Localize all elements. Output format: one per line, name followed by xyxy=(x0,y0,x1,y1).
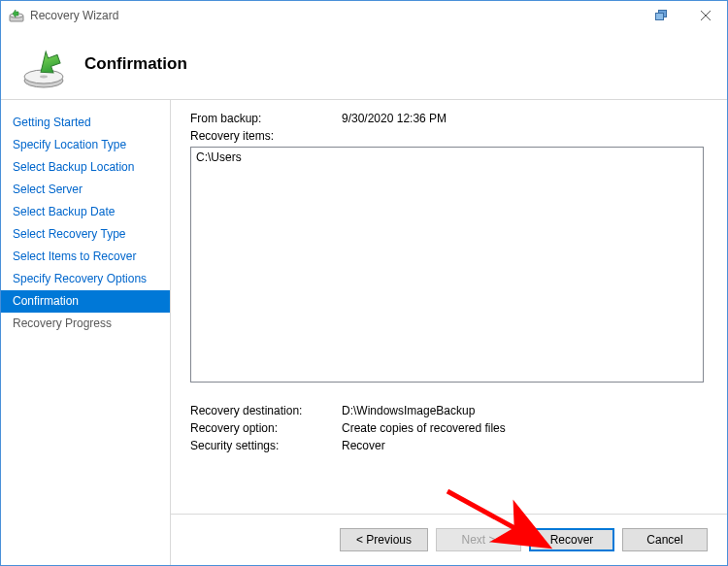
wizard-body: Getting StartedSpecify Location TypeSele… xyxy=(1,100,727,565)
titlebar: Recovery Wizard xyxy=(1,1,727,30)
svg-rect-3 xyxy=(655,14,663,20)
recovery-option-value: Create copies of recovered files xyxy=(342,421,708,435)
svg-point-8 xyxy=(40,75,48,78)
sidebar-step-4[interactable]: Select Backup Date xyxy=(1,201,170,223)
security-settings-label: Security settings: xyxy=(190,439,342,452)
recovery-wizard-window: Recovery Wizard xyxy=(0,0,728,566)
window-controls xyxy=(640,1,727,30)
sidebar-step-9: Recovery Progress xyxy=(1,313,170,335)
next-button: Next > xyxy=(436,528,521,551)
confirmation-panel: From backup: 9/30/2020 12:36 PM Recovery… xyxy=(171,100,727,565)
maximize-icon[interactable] xyxy=(640,1,683,30)
security-settings-value: Recover xyxy=(342,439,708,452)
sidebar-step-5[interactable]: Select Recovery Type xyxy=(1,223,170,246)
wizard-steps-sidebar: Getting StartedSpecify Location TypeSele… xyxy=(1,100,171,565)
recovery-icon xyxy=(20,44,67,90)
recovery-items-label: Recovery items: xyxy=(190,129,342,143)
sidebar-step-3[interactable]: Select Server xyxy=(1,179,170,201)
sidebar-step-8[interactable]: Confirmation xyxy=(1,290,170,313)
page-title: Confirmation xyxy=(84,54,187,74)
close-icon[interactable] xyxy=(683,1,727,30)
sidebar-step-7[interactable]: Specify Recovery Options xyxy=(1,268,170,290)
sidebar-step-0[interactable]: Getting Started xyxy=(1,112,170,134)
recovery-items-list[interactable]: C:\Users xyxy=(190,147,704,383)
cancel-button[interactable]: Cancel xyxy=(622,528,708,551)
recover-button[interactable]: Recover xyxy=(529,528,614,551)
from-backup-label: From backup: xyxy=(190,112,342,125)
app-icon xyxy=(9,8,24,23)
recovery-item[interactable]: C:\Users xyxy=(196,150,698,164)
button-separator xyxy=(171,514,727,515)
sidebar-step-6[interactable]: Select Items to Recover xyxy=(1,246,170,268)
recovery-option-label: Recovery option: xyxy=(190,421,342,435)
wizard-header: Confirmation xyxy=(1,30,727,93)
window-title: Recovery Wizard xyxy=(30,9,118,22)
recovery-destination-value: D:\WindowsImageBackup xyxy=(342,404,708,417)
sidebar-step-2[interactable]: Select Backup Location xyxy=(1,156,170,179)
recovery-destination-label: Recovery destination: xyxy=(190,404,342,417)
sidebar-step-1[interactable]: Specify Location Type xyxy=(1,134,170,156)
wizard-button-row: < Previous Next > Recover Cancel xyxy=(340,528,708,551)
from-backup-value: 9/30/2020 12:36 PM xyxy=(342,112,708,125)
previous-button[interactable]: < Previous xyxy=(340,528,428,551)
